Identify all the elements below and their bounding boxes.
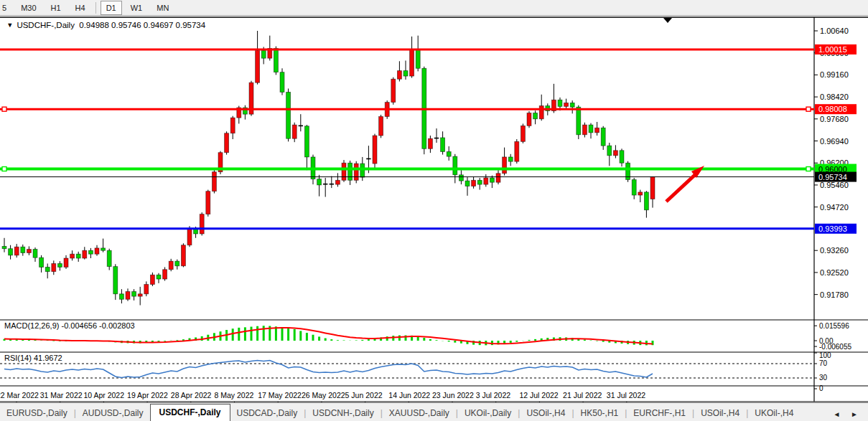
candle-up bbox=[521, 126, 525, 141]
candle-up bbox=[373, 136, 377, 164]
symbol-tab-usdcnhdaily[interactable]: USDCNH-,Daily bbox=[306, 405, 380, 421]
line-handle[interactable] bbox=[806, 107, 811, 111]
date-axis-label: 21 Jul 2022 bbox=[563, 391, 602, 399]
chart-shift-marker-icon bbox=[663, 18, 672, 23]
candle-down bbox=[286, 92, 291, 138]
chart-area[interactable]: 1.006400.999000.991600.984200.976800.969… bbox=[0, 16, 868, 402]
price-axis-label: 0.96940 bbox=[820, 137, 849, 146]
price-axis-label: 0.98420 bbox=[820, 93, 849, 101]
macd-axis-label: -0.006055 bbox=[819, 343, 851, 351]
candle-down bbox=[459, 175, 463, 181]
date-axis-label: 23 Jun 2022 bbox=[432, 391, 474, 399]
line-handle[interactable] bbox=[806, 167, 811, 171]
price-axis-label: 1.00640 bbox=[820, 27, 849, 35]
symbol-tab-usdchfdaily[interactable]: USDCHF-,Daily bbox=[150, 404, 230, 421]
price-axis-label: 0.97680 bbox=[820, 115, 849, 123]
candle-down bbox=[490, 178, 494, 182]
candle-down bbox=[577, 107, 581, 135]
candle-down bbox=[632, 179, 636, 195]
candle-down bbox=[9, 249, 13, 255]
candle-down bbox=[21, 247, 25, 252]
macd-axis-label: 0.015596 bbox=[819, 322, 849, 330]
candle-down bbox=[416, 49, 420, 69]
candle-up bbox=[14, 247, 19, 255]
candle-down bbox=[113, 267, 118, 294]
timeframe-button-h4[interactable]: H4 bbox=[70, 1, 91, 15]
symbol-tab-eurchfh1[interactable]: EURCHF-,H1 bbox=[627, 405, 692, 421]
symbol-tab-xauusddaily[interactable]: XAUUSD-,Daily bbox=[383, 405, 456, 421]
symbol-tab-usoilh4[interactable]: USOil-,H4 bbox=[520, 405, 571, 421]
candle-down bbox=[280, 72, 284, 93]
symbol-tab-ukoilh4[interactable]: UKOil-,H4 bbox=[748, 405, 800, 421]
chart-dropdown-icon[interactable]: ▼ bbox=[6, 22, 13, 29]
symbol-tab-audusddaily[interactable]: AUDUSD-,Daily bbox=[76, 405, 150, 421]
symbol-tab-usoilh4[interactable]: USOil-,H4 bbox=[694, 405, 746, 421]
timeframe-button-mn[interactable]: MN bbox=[151, 1, 174, 15]
candle-up bbox=[595, 128, 599, 133]
timeframe-button-d1[interactable]: D1 bbox=[101, 1, 122, 15]
candle-up bbox=[515, 141, 519, 161]
line-handle[interactable] bbox=[2, 107, 6, 111]
price-axis-label: 0.92520 bbox=[820, 268, 849, 277]
date-axis-label: 14 Jun 2022 bbox=[388, 391, 430, 399]
symbol-tab-hk50h1[interactable]: HK50-,H1 bbox=[574, 405, 625, 421]
candle-up bbox=[410, 49, 414, 76]
candle-up bbox=[484, 178, 488, 184]
candle-up bbox=[83, 250, 87, 258]
candle-down bbox=[465, 181, 470, 186]
candle-up bbox=[150, 275, 154, 284]
candle-up bbox=[391, 79, 396, 102]
rsi-indicator-label: RSI(14) 41.9672 bbox=[4, 354, 62, 362]
candle-up bbox=[397, 71, 401, 80]
candle-down bbox=[132, 291, 136, 296]
price-badge-1.00015: 1.00015 bbox=[818, 45, 847, 54]
candle-down bbox=[558, 100, 562, 106]
candle-up bbox=[379, 117, 383, 136]
candle-up bbox=[354, 164, 358, 180]
line-handle[interactable] bbox=[2, 167, 6, 171]
candle-up bbox=[613, 151, 617, 156]
candle-up bbox=[181, 245, 185, 266]
symbol-tab-usdcaddaily[interactable]: USDCAD-,Daily bbox=[230, 405, 304, 421]
date-axis-label: 3 Jul 2022 bbox=[476, 391, 511, 399]
price-chart-canvas[interactable]: 1.006400.999000.991600.984200.976800.969… bbox=[0, 16, 868, 402]
chart-symbol-label: USDCHF-,Daily bbox=[17, 21, 75, 29]
mt4-window: 5M30H1H4D1W1MN 1.006400.999000.991600.98… bbox=[0, 0, 868, 421]
date-axis-label: 26 May 2022 bbox=[302, 391, 345, 399]
date-axis-label: 12 Jul 2022 bbox=[519, 391, 558, 399]
candle-down bbox=[589, 125, 593, 133]
rsi-axis-label: 0 bbox=[819, 384, 823, 392]
chart-ohlc-values: 0.94988 0.95746 0.94697 0.95734 bbox=[79, 21, 205, 29]
tab-scroll-arrows[interactable]: ◄ ► bbox=[833, 410, 862, 421]
timeframe-button-5[interactable]: 5 bbox=[0, 1, 12, 15]
candle-up bbox=[527, 113, 531, 126]
timeframe-button-h1[interactable]: H1 bbox=[45, 1, 67, 15]
candle-up bbox=[230, 118, 235, 133]
symbol-tab-eurusddaily[interactable]: EURUSD-,Daily bbox=[0, 405, 74, 421]
symbol-tab-ukoildaily[interactable]: UKOil-,Daily bbox=[458, 405, 518, 421]
price-axis-label: 0.99160 bbox=[820, 70, 849, 79]
candle-down bbox=[119, 294, 123, 299]
candle-down bbox=[360, 164, 365, 177]
candle-down bbox=[76, 254, 80, 258]
candle-down bbox=[348, 163, 353, 180]
candle-up bbox=[539, 106, 543, 119]
candle-up bbox=[428, 138, 432, 148]
candle-up bbox=[638, 192, 643, 195]
macd-signal-line bbox=[4, 328, 653, 344]
candle-down bbox=[508, 157, 513, 161]
date-axis-label: 31 Mar 2022 bbox=[40, 391, 83, 399]
symbol-tab-bar: EURUSD-,Daily|AUDUSD-,DailyUSDCHF-,Daily… bbox=[0, 402, 868, 421]
candle-down bbox=[620, 151, 624, 163]
candle-down bbox=[453, 156, 457, 175]
candle-up bbox=[650, 177, 655, 199]
candle-up bbox=[144, 285, 149, 294]
candle-up bbox=[138, 294, 142, 296]
candle-down bbox=[261, 50, 266, 58]
price-badge-0.93993: 0.93993 bbox=[818, 224, 847, 233]
timeframe-button-w1[interactable]: W1 bbox=[125, 1, 149, 15]
candle-down bbox=[101, 248, 106, 250]
timeframe-button-m30[interactable]: M30 bbox=[15, 1, 42, 15]
candle-up bbox=[564, 103, 569, 106]
price-axis-label: 0.93260 bbox=[820, 246, 849, 255]
